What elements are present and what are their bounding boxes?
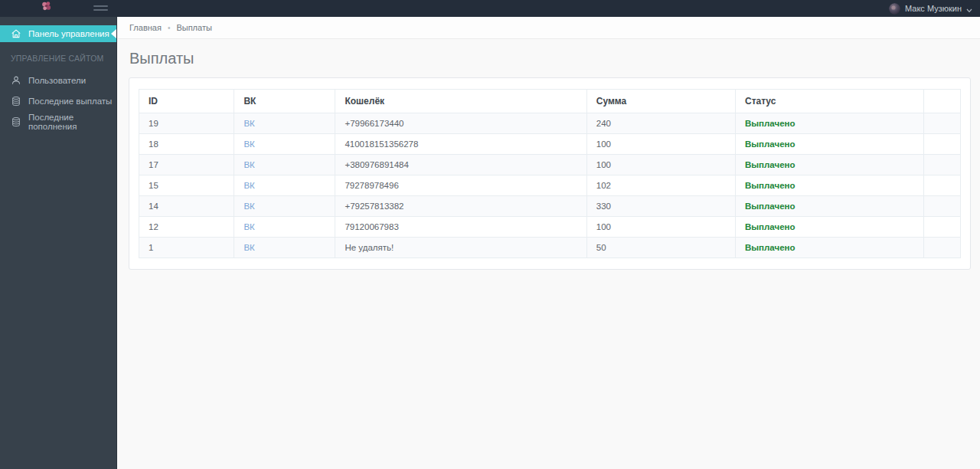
vk-link[interactable]: ВК	[243, 160, 254, 169]
column-header-empty	[923, 90, 960, 113]
cell-id: 18	[139, 134, 234, 155]
cell-wallet: +380976891484	[335, 155, 586, 175]
sidebar-item-label: Последние выплаты	[28, 97, 112, 106]
column-header-wallet: Кошелёк	[335, 90, 586, 113]
column-header-vk: ВК	[234, 90, 335, 113]
topbar: Макс Музюкин	[0, 0, 980, 17]
cell-status: Выплачено	[735, 196, 923, 217]
main-content: Главная • Выплаты Выплаты ID ВК Кошелёк …	[118, 17, 980, 469]
cell-status: Выплачено	[735, 238, 923, 258]
status-badge: Выплачено	[745, 222, 795, 231]
sidebar: Панель управления УПРАВЛЕНИЕ САЙТОМ Поль…	[0, 17, 117, 469]
table-header-row: ID ВК Кошелёк Сумма Статус	[139, 90, 961, 113]
database-icon	[11, 96, 21, 107]
database-icon	[11, 116, 21, 127]
vk-link[interactable]: ВК	[243, 202, 254, 211]
cell-wallet: 410018151356278	[335, 134, 586, 155]
user-menu[interactable]: Макс Музюкин	[889, 0, 972, 17]
cell-id: 19	[139, 113, 234, 134]
cell-status: Выплачено	[735, 217, 923, 238]
cell-vk: ВК	[234, 113, 335, 134]
table-row: 18 ВК 410018151356278 100 Выплачено	[139, 134, 961, 155]
cell-amount: 100	[586, 217, 735, 238]
app-logo-icon[interactable]	[41, 1, 52, 12]
payouts-table: ID ВК Кошелёк Сумма Статус 19 ВК +799661…	[139, 89, 961, 258]
table-row: 12 ВК 79120067983 100 Выплачено	[139, 217, 961, 238]
cell-id: 1	[139, 238, 234, 258]
vk-link[interactable]: ВК	[243, 243, 254, 252]
cell-empty	[923, 155, 960, 175]
cell-status: Выплачено	[735, 134, 923, 155]
sidebar-item-label: Последние пополнения	[28, 113, 116, 131]
cell-wallet: Не удалять!	[335, 238, 586, 258]
table-row: 17 ВК +380976891484 100 Выплачено	[139, 155, 961, 175]
cell-wallet: +79257813382	[335, 196, 586, 217]
breadcrumb-current: Выплаты	[176, 23, 211, 32]
payouts-panel: ID ВК Кошелёк Сумма Статус 19 ВК +799661…	[129, 77, 971, 270]
cell-vk: ВК	[234, 238, 335, 258]
breadcrumb-home-link[interactable]: Главная	[129, 23, 162, 32]
table-row: 1 ВК Не удалять! 50 Выплачено	[139, 238, 961, 258]
status-badge: Выплачено	[745, 243, 795, 252]
cell-amount: 240	[586, 113, 735, 134]
home-icon	[11, 28, 21, 39]
sidebar-item-label: Пользователи	[28, 76, 86, 85]
cell-amount: 102	[586, 175, 735, 196]
cell-empty	[923, 113, 960, 134]
vk-link[interactable]: ВК	[243, 181, 254, 190]
cell-amount: 330	[586, 196, 735, 217]
cell-wallet: 79278978496	[335, 175, 586, 196]
sidebar-section-label: УПРАВЛЕНИЕ САЙТОМ	[0, 53, 116, 64]
cell-empty	[923, 175, 960, 196]
status-badge: Выплачено	[745, 202, 795, 211]
status-badge: Выплачено	[745, 139, 795, 149]
page-title: Выплаты	[129, 49, 980, 67]
cell-empty	[923, 134, 960, 155]
user-icon	[11, 75, 21, 86]
user-name: Макс Музюкин	[905, 4, 962, 13]
cell-wallet: 79120067983	[335, 217, 586, 238]
cell-amount: 100	[586, 134, 735, 155]
table-row: 14 ВК +79257813382 330 Выплачено	[139, 196, 961, 217]
sidebar-item-dashboard[interactable]: Панель управления	[0, 25, 116, 42]
table-row: 19 ВК +79966173440 240 Выплачено	[139, 113, 961, 134]
cell-id: 15	[139, 175, 234, 196]
vk-link[interactable]: ВК	[243, 222, 254, 231]
cell-empty	[923, 238, 960, 258]
sidebar-item-last-payouts[interactable]: Последние выплаты	[0, 90, 116, 111]
user-avatar	[889, 3, 900, 15]
cell-status: Выплачено	[735, 113, 923, 134]
cell-empty	[923, 196, 960, 217]
cell-id: 14	[139, 196, 234, 217]
sidebar-item-last-topups[interactable]: Последние пополнения	[0, 111, 116, 132]
cell-vk: ВК	[234, 155, 335, 175]
cell-status: Выплачено	[735, 175, 923, 196]
sidebar-item-label: Панель управления	[28, 29, 109, 38]
column-header-amount: Сумма	[586, 90, 735, 113]
status-badge: Выплачено	[745, 160, 795, 169]
sidebar-toggle-button[interactable]	[93, 5, 108, 11]
cell-id: 12	[139, 217, 234, 238]
sidebar-item-users[interactable]: Пользователи	[0, 70, 116, 90]
cell-vk: ВК	[234, 175, 335, 196]
table-row: 15 ВК 79278978496 102 Выплачено	[139, 175, 961, 196]
cell-status: Выплачено	[735, 155, 923, 175]
column-header-id: ID	[139, 90, 234, 113]
column-header-status: Статус	[735, 90, 923, 113]
breadcrumb: Главная • Выплаты	[118, 17, 980, 39]
cell-vk: ВК	[234, 134, 335, 155]
cell-wallet: +79966173440	[335, 113, 586, 134]
cell-vk: ВК	[234, 217, 335, 238]
vk-link[interactable]: ВК	[243, 139, 254, 149]
cell-amount: 50	[586, 238, 735, 258]
breadcrumb-separator: •	[168, 24, 171, 32]
chevron-down-icon	[966, 2, 972, 16]
status-badge: Выплачено	[745, 181, 795, 190]
vk-link[interactable]: ВК	[243, 119, 254, 128]
status-badge: Выплачено	[745, 119, 795, 128]
cell-empty	[923, 217, 960, 238]
cell-vk: ВК	[234, 196, 335, 217]
cell-id: 17	[139, 155, 234, 175]
active-item-arrow	[111, 29, 116, 38]
cell-amount: 100	[586, 155, 735, 175]
